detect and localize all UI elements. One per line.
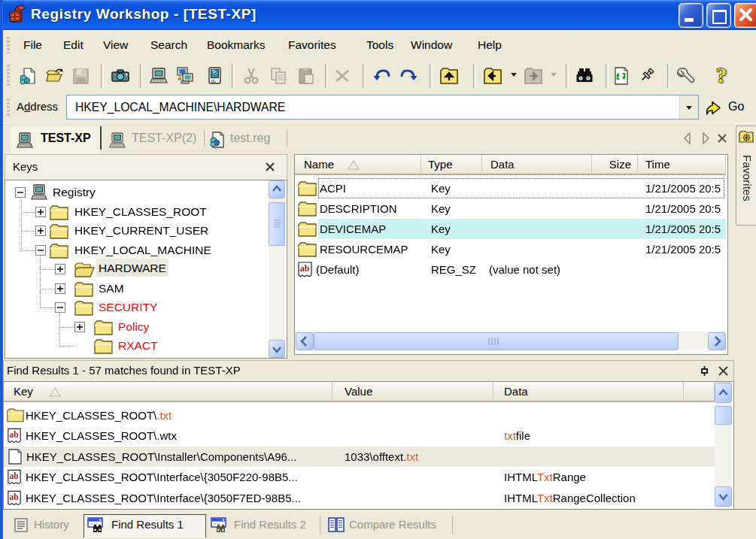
svg-text:?: ? [716, 65, 727, 87]
svg-text:ab: ab [300, 263, 310, 274]
svg-text:ab: ab [9, 471, 18, 480]
svg-text:ab: ab [9, 430, 18, 439]
svg-text:ab: ab [9, 492, 18, 501]
